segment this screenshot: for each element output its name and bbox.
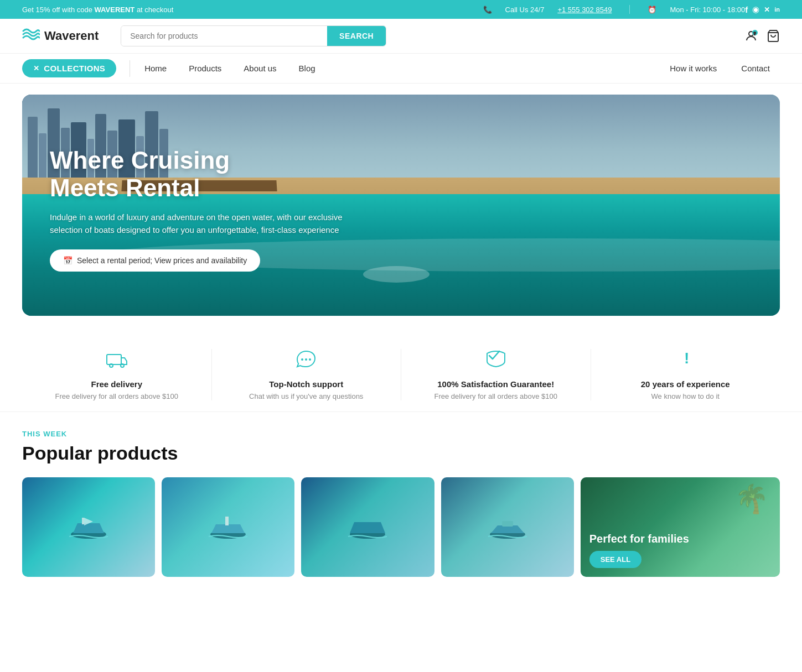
hero-subtitle: Indulge in a world of luxury and adventu… (50, 211, 371, 236)
boat-wake (363, 266, 430, 283)
feature-guarantee: 100% Satisfaction Guarantee! Free delive… (401, 349, 591, 400)
main-nav: ✕ COLLECTIONS Home Products About us Blo… (0, 54, 802, 84)
svg-point-9 (309, 358, 311, 361)
feature-guarantee-title: 100% Satisfaction Guarantee! (437, 379, 554, 389)
nav-item-how-it-works[interactable]: How it works (660, 59, 727, 77)
search-bar: SEARCH (121, 25, 386, 46)
experience-icon: ! (674, 349, 696, 374)
promo-title: Perfect for families (589, 533, 771, 545)
hero-title-line1: Where Cruising (50, 147, 230, 174)
svg-point-5 (110, 364, 113, 367)
guarantee-icon (485, 349, 507, 374)
search-button[interactable]: SEARCH (327, 26, 386, 46)
hero-cta-button[interactable]: 📅 Select a rental period; View prices an… (50, 249, 260, 272)
feature-experience: ! 20 years of experience We know how to … (591, 349, 780, 400)
see-all-button[interactable]: SEE ALL (589, 551, 641, 568)
account-button[interactable]: ? (744, 29, 758, 43)
svg-rect-18 (502, 521, 513, 527)
header: Waverent SEARCH ? (0, 19, 802, 54)
header-actions: ? (744, 29, 780, 43)
product-grid: 🌴 Perfect for families SEE ALL (22, 477, 780, 577)
divider (629, 5, 630, 14)
calendar-icon: 📅 (63, 256, 73, 265)
svg-rect-12 (82, 518, 84, 524)
linkedin-icon[interactable]: in (774, 6, 780, 13)
feature-support-title: Top-Notch support (269, 379, 343, 389)
facebook-icon[interactable]: f (745, 5, 748, 14)
delivery-icon (106, 349, 128, 374)
clock-icon: ⏰ (648, 6, 656, 14)
hero-title: Where Cruising Meets Rental (50, 147, 371, 202)
phone-icon: 📞 (483, 6, 492, 14)
svg-rect-4 (107, 355, 121, 364)
hero-cta-label: Select a rental period; View prices and … (77, 256, 247, 265)
section-label: THIS WEEK (22, 430, 780, 438)
feature-delivery: Free delivery Free delivery for all orde… (22, 349, 212, 400)
nav-right-links: How it works Contact (660, 59, 780, 77)
section-title: Popular products (22, 442, 780, 464)
hero-section: Where Cruising Meets Rental Indulge in a… (22, 95, 780, 316)
feature-experience-desc: We know how to do it (651, 392, 720, 400)
nav-item-blog[interactable]: Blog (289, 59, 325, 77)
promo-suffix: at checkout (134, 6, 173, 14)
hours-text: Mon - Fri: 10:00 - 18:00 (670, 6, 745, 14)
feature-support: Top-Notch support Chat with us if you've… (212, 349, 402, 400)
nav-links: Home Products About us Blog (134, 59, 325, 77)
product-card-1[interactable] (22, 477, 155, 577)
nav-item-about[interactable]: About us (234, 59, 286, 77)
twitter-x-icon[interactable]: ✕ (764, 6, 770, 14)
svg-text:!: ! (684, 350, 689, 367)
feature-delivery-title: Free delivery (91, 379, 142, 389)
cart-button[interactable] (767, 29, 780, 43)
feature-guarantee-desc: Free delivery for all orders above $100 (434, 392, 557, 400)
hero-content: Where Cruising Meets Rental Indulge in a… (50, 147, 371, 272)
collections-label: COLLECTIONS (44, 64, 105, 73)
svg-text:?: ? (754, 32, 756, 35)
product-card-3[interactable] (301, 477, 434, 577)
logo-text: Waverent (44, 29, 99, 43)
feature-delivery-desc: Free delivery for all orders above $100 (55, 392, 178, 400)
feature-support-desc: Chat with us if you've any questions (249, 392, 363, 400)
features-section: Free delivery Free delivery for all orde… (0, 327, 802, 412)
feature-experience-title: 20 years of experience (641, 379, 730, 389)
svg-point-8 (305, 358, 307, 361)
nav-item-contact[interactable]: Contact (731, 59, 780, 77)
nav-item-home[interactable]: Home (134, 59, 177, 77)
logo[interactable]: Waverent (22, 27, 99, 45)
svg-rect-15 (225, 517, 229, 525)
product-card-4[interactable] (441, 477, 574, 577)
popular-products-section: THIS WEEK Popular products (0, 412, 802, 595)
promo-prefix: Get 15% off with code (22, 6, 95, 14)
contact-info: 📞 Call Us 24/7 +1 555 302 8549 ⏰ Mon - F… (483, 5, 746, 14)
phone-label: Call Us 24/7 (505, 6, 545, 14)
svg-point-7 (301, 358, 303, 361)
search-input[interactable] (121, 26, 327, 46)
product-card-2[interactable] (162, 477, 294, 577)
instagram-icon[interactable]: ◉ (752, 4, 759, 14)
collections-button[interactable]: ✕ COLLECTIONS (22, 59, 116, 77)
svg-point-6 (121, 364, 124, 367)
nav-item-products[interactable]: Products (179, 59, 231, 77)
support-icon (295, 349, 317, 374)
promo-text: Get 15% off with code WAVERENT at checko… (22, 6, 483, 14)
palm-icon: 🌴 (734, 483, 769, 515)
promo-card[interactable]: 🌴 Perfect for families SEE ALL (581, 477, 780, 577)
hero-title-line2: Meets Rental (50, 174, 200, 201)
promo-content: Perfect for families SEE ALL (589, 533, 771, 568)
promo-code: WAVERENT (95, 6, 135, 14)
phone-link[interactable]: +1 555 302 8549 (557, 6, 612, 14)
social-links: f ◉ ✕ in (745, 4, 780, 14)
close-icon: ✕ (33, 64, 39, 72)
nav-divider (130, 60, 130, 77)
logo-icon (22, 27, 40, 45)
top-bar: Get 15% off with code WAVERENT at checko… (0, 0, 802, 19)
